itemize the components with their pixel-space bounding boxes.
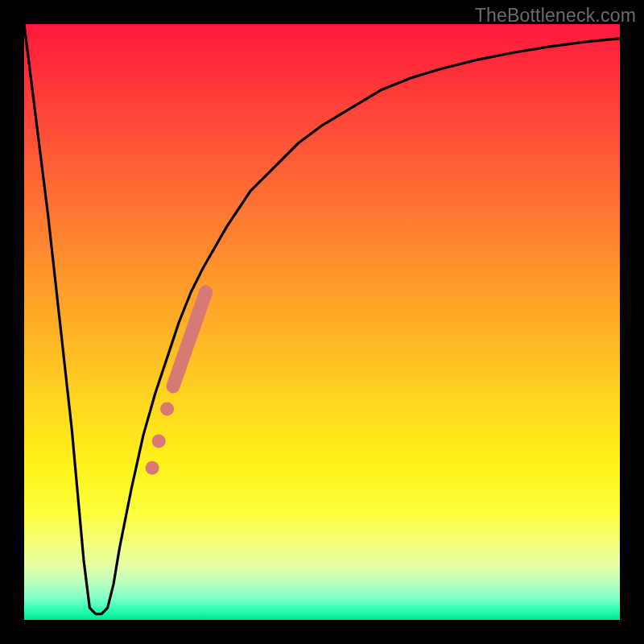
highlight-dot (160, 402, 174, 416)
plot-area (24, 24, 620, 620)
highlight-dot (146, 461, 159, 475)
highlight-dot (199, 286, 213, 299)
curve-layer (24, 24, 620, 620)
highlight-segment (173, 292, 206, 386)
bottleneck-curve-path (24, 24, 620, 614)
watermark-text: TheBottleneck.com (475, 5, 636, 27)
highlight-dot (152, 435, 166, 448)
chart-frame: TheBottleneck.com (0, 0, 644, 644)
